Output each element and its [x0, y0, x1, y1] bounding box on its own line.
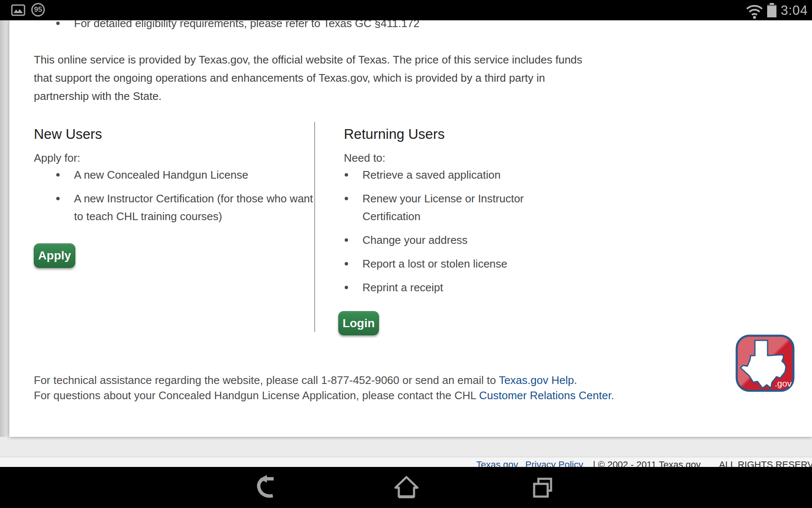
- list-item: Reprint a receipt: [344, 279, 549, 296]
- list-item: Retrieve a saved application: [344, 166, 549, 184]
- service-intro-paragraph: This online service is provided by Texas…: [34, 51, 584, 105]
- page-left-gutter: [0, 20, 9, 467]
- login-button[interactable]: Login: [338, 311, 379, 335]
- column-divider: [314, 122, 315, 332]
- list-item: A new Instructor Certification (for thos…: [55, 190, 324, 225]
- recents-button[interactable]: [526, 473, 560, 502]
- status-clock: 3:04: [781, 3, 808, 18]
- chl-questions-line: For questions about your Concealed Handg…: [34, 388, 614, 403]
- help-line2-text: For questions about your Concealed Handg…: [34, 389, 479, 402]
- returning-users-list: Retrieve a saved application Renew your …: [344, 166, 549, 302]
- list-item: Report a lost or stolen license: [344, 255, 549, 273]
- texas-gov-logo: .gov: [735, 334, 795, 392]
- battery-icon: [767, 3, 776, 17]
- returning-users-subtitle: Need to:: [344, 149, 385, 167]
- status-bar: 95 3:04: [0, 0, 812, 20]
- new-users-list: A new Concealed Handgun License A new In…: [55, 166, 324, 231]
- list-item: Renew your License or Instructor Certifi…: [344, 190, 549, 225]
- apply-button[interactable]: Apply: [34, 243, 75, 268]
- recents-icon: [529, 475, 556, 500]
- new-users-subtitle: Apply for:: [34, 149, 80, 167]
- logo-gov-text: .gov: [775, 378, 792, 388]
- texas-gov-help-link[interactable]: Texas.gov Help: [499, 374, 574, 387]
- battery-percent-badge-icon: 95: [31, 3, 45, 17]
- screenshot-notification-icon: [11, 4, 25, 18]
- customer-relations-link[interactable]: Customer Relations Center: [479, 389, 611, 402]
- help-line2-period: .: [611, 389, 614, 402]
- help-line1-period: .: [574, 374, 577, 387]
- list-item: A new Concealed Handgun License: [55, 166, 324, 184]
- back-icon: [254, 475, 285, 501]
- back-button[interactable]: [252, 473, 286, 502]
- wifi-icon: [744, 3, 765, 21]
- technical-assistance-line: For technical assistance regarding the w…: [34, 373, 577, 388]
- home-button[interactable]: [390, 473, 423, 502]
- android-screen: For detailed eligibility requirements, p…: [0, 0, 812, 508]
- list-item: Change your address: [344, 231, 549, 249]
- new-users-title: New Users: [34, 125, 102, 143]
- home-icon: [392, 475, 420, 500]
- returning-users-title: Returning Users: [344, 125, 444, 143]
- content-card: For detailed eligibility requirements, p…: [9, 17, 812, 437]
- page-background: [0, 437, 812, 457]
- help-line1-text: For technical assistance regarding the w…: [34, 374, 499, 387]
